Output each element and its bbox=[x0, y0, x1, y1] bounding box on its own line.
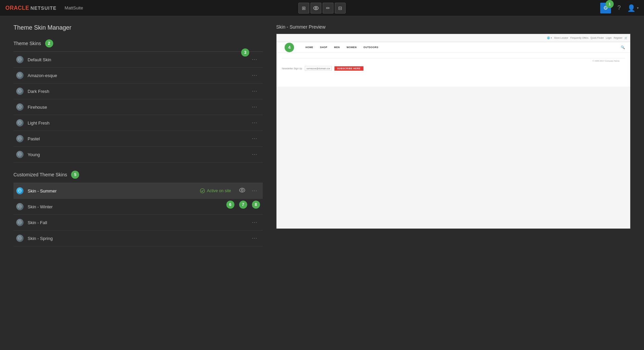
skin-item-firehouse[interactable]: Firehouse ··· bbox=[13, 99, 263, 115]
right-panel: Skin - Summer Preview 🌐 ▾ Store Locator … bbox=[276, 24, 631, 342]
skin-item-young[interactable]: Young ··· bbox=[13, 147, 263, 163]
preview-newsletter-area: Newsletter Sign Up SUBSCRIBE HERE bbox=[282, 63, 625, 73]
theme-skins-header: Theme Skins 2 bbox=[13, 39, 263, 47]
preview-nav-women: WOMEN bbox=[347, 46, 357, 48]
newsletter-input[interactable] bbox=[305, 66, 332, 71]
more-menu-button-spring[interactable]: ··· bbox=[249, 235, 260, 242]
preview-nav-outdoors: OUTDOORS bbox=[363, 46, 378, 48]
more-menu-button-winter[interactable]: ··· bbox=[249, 203, 260, 210]
badge-4-container: 4 bbox=[285, 43, 294, 52]
skin-item-summer[interactable]: Skin - Summer Active on site 6 bbox=[13, 183, 263, 199]
user-menu-button[interactable]: 👤 ▾ bbox=[627, 4, 639, 12]
company-name: MattSuite bbox=[65, 5, 83, 10]
skin-icon-spring bbox=[16, 235, 24, 242]
badge-2: 2 bbox=[48, 41, 50, 46]
newsletter-label: Newsletter Sign Up bbox=[282, 67, 302, 70]
skin-name: Light Fresh bbox=[28, 120, 249, 126]
badge-3: 3 bbox=[241, 48, 249, 57]
badge-5-container: 5 bbox=[71, 171, 79, 179]
svg-point-26 bbox=[200, 189, 205, 193]
badge-4: 4 bbox=[285, 43, 294, 52]
user-icon: 👤 bbox=[627, 4, 636, 12]
skin-icon-pastel bbox=[16, 135, 24, 142]
skin-icon-winter bbox=[16, 203, 24, 210]
badge-5: 5 bbox=[74, 172, 76, 177]
user-chevron: ▾ bbox=[637, 6, 639, 10]
svg-point-1 bbox=[315, 7, 317, 9]
top-navigation: ORACLE NETSUITE MattSuite ⊞ ✏ ⊟ ⚙ 1 ? 👤 … bbox=[0, 0, 644, 16]
customized-section: Customized Theme Skins 5 Skin - Summer bbox=[13, 171, 263, 246]
netsuite-logo: NETSUITE bbox=[31, 5, 57, 11]
active-label: Active on site bbox=[207, 188, 231, 193]
badge-1: 1 bbox=[606, 0, 614, 8]
customized-skins-header: Customized Theme Skins 5 bbox=[13, 171, 263, 179]
skin-item-pastel[interactable]: Pastel ··· bbox=[13, 131, 263, 147]
visibility-icon-btn[interactable] bbox=[311, 3, 321, 13]
oracle-logo: ORACLE bbox=[5, 5, 29, 11]
more-menu-button-pastel[interactable]: ··· bbox=[249, 135, 260, 142]
skin-item-default-skin[interactable]: Default Skin 3 ··· bbox=[13, 52, 263, 68]
svg-point-28 bbox=[241, 189, 243, 191]
more-menu-button-fall[interactable]: ··· bbox=[249, 219, 260, 226]
preview-content: © 2006-2017 Company Name Newsletter Sign… bbox=[277, 53, 630, 86]
skin-icon-fall bbox=[16, 219, 24, 226]
more-menu-button-default[interactable]: ··· bbox=[249, 56, 260, 63]
customized-skins-list: Skin - Summer Active on site 6 bbox=[13, 183, 263, 246]
preview-nav-shop: SHOP bbox=[320, 46, 327, 48]
skin-name: Default Skin bbox=[28, 57, 249, 62]
nav-right: ⚙ 1 ? 👤 ▾ bbox=[600, 3, 639, 13]
skin-icon-firehouse bbox=[16, 103, 24, 111]
skin-item-amazon-esque[interactable]: Amazon-esque ··· bbox=[13, 68, 263, 83]
skin-name: Firehouse bbox=[28, 105, 249, 110]
more-menu-button-firehouse[interactable]: ··· bbox=[249, 103, 260, 111]
more-menu-button-amazon[interactable]: ··· bbox=[249, 72, 260, 79]
settings-area: ⚙ 1 bbox=[600, 3, 611, 13]
preview-nav-men: MEN bbox=[334, 46, 340, 48]
skin-name: Dark Fresh bbox=[28, 89, 249, 94]
skin-name: Skin - Fall bbox=[28, 220, 249, 225]
customized-skins-title: Customized Theme Skins bbox=[13, 172, 67, 177]
preview-nav-home: HOME bbox=[305, 46, 313, 48]
active-on-site-badge: Active on site bbox=[200, 188, 231, 193]
skin-icon-light-fresh bbox=[16, 119, 24, 127]
more-menu-button-dark-fresh[interactable]: ··· bbox=[249, 88, 260, 95]
help-button[interactable]: ? bbox=[614, 3, 624, 13]
more-menu-button-summer[interactable]: 8 ··· bbox=[249, 187, 260, 195]
logo-area: ORACLE NETSUITE MattSuite bbox=[5, 5, 83, 11]
theme-skins-title: Theme Skins bbox=[13, 41, 41, 46]
preview-inner: 🌐 ▾ Store Locator Frequently Offers Quic… bbox=[277, 34, 630, 229]
more-menu-button-light-fresh[interactable]: ··· bbox=[249, 119, 260, 127]
skin-name: Pastel bbox=[28, 136, 249, 141]
skin-name: Young bbox=[28, 152, 249, 157]
badge-2-container: 2 bbox=[45, 39, 53, 47]
skin-item-dark-fresh[interactable]: Dark Fresh ··· bbox=[13, 83, 263, 99]
nav-center-icons: ⊞ ✏ ⊟ bbox=[298, 3, 346, 13]
skin-name: Amazon-esque bbox=[28, 73, 249, 78]
skin-icon-dark-fresh bbox=[16, 88, 24, 95]
preview-nav: 4 HOME SHOP MEN WOMEN OUTDOORS 🔍 bbox=[277, 42, 630, 53]
preview-footer-text: © 2006-2017 Company Name bbox=[282, 58, 625, 63]
main-content: Theme Skin Manager Theme Skins 2 Default… bbox=[0, 16, 644, 350]
preview-eye-button-summer[interactable]: 7 bbox=[236, 187, 248, 195]
grid-icon-btn[interactable]: ⊞ bbox=[298, 3, 309, 13]
preview-search-icon: 🔍 bbox=[621, 45, 625, 49]
page-title: Theme Skin Manager bbox=[13, 24, 263, 31]
preview-top-bar: 🌐 ▾ Store Locator Frequently Offers Quic… bbox=[277, 34, 630, 42]
skin-item-spring[interactable]: Skin - Spring ··· bbox=[13, 231, 263, 246]
edit-icon-btn[interactable]: ✏ bbox=[323, 3, 333, 13]
subscribe-button[interactable]: SUBSCRIBE HERE bbox=[334, 66, 363, 71]
skin-item-light-fresh[interactable]: Light Fresh ··· bbox=[13, 115, 263, 131]
theme-skins-list: Default Skin 3 ··· Amazon-esque ··· bbox=[13, 51, 263, 163]
preview-frame: 🌐 ▾ Store Locator Frequently Offers Quic… bbox=[276, 34, 631, 229]
svg-point-0 bbox=[314, 6, 318, 10]
skin-item-winter[interactable]: Skin - Winter ··· bbox=[13, 199, 263, 215]
skin-item-fall[interactable]: Skin - Fall ··· bbox=[13, 215, 263, 231]
more-menu-button-young[interactable]: ··· bbox=[249, 151, 260, 158]
svg-point-27 bbox=[239, 188, 245, 192]
preview-title: Skin - Summer Preview bbox=[276, 24, 631, 30]
skin-icon-default bbox=[16, 56, 24, 63]
skin-name: Skin - Winter bbox=[28, 204, 249, 209]
filter-icon-btn[interactable]: ⊟ bbox=[335, 3, 346, 13]
skin-name-summer: Skin - Summer bbox=[28, 188, 200, 194]
skin-name: Skin - Spring bbox=[28, 236, 249, 241]
